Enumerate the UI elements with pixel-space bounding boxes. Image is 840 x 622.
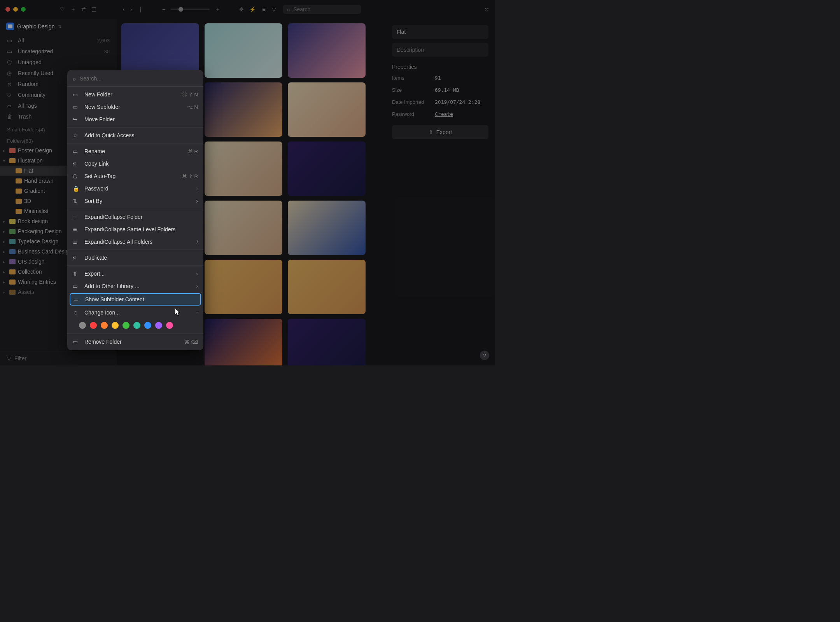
cm-new-folder[interactable]: ▭New Folder⌘ ⇧ N [67, 88, 203, 101]
thumbnail[interactable] [205, 23, 282, 78]
cm-duplicate[interactable]: ⎘Duplicate [67, 252, 203, 264]
color-swatch[interactable] [133, 322, 140, 329]
link-icon: ⎘ [73, 161, 80, 167]
color-swatch[interactable] [166, 322, 173, 329]
cm-password[interactable]: 🔒Password› [67, 182, 203, 195]
layout-icon[interactable]: ▣ [261, 6, 266, 12]
chevron-icon[interactable] [3, 159, 7, 163]
folder-title-input[interactable]: Flat [392, 25, 488, 39]
nav-untagged[interactable]: ⬠Untagged [0, 57, 117, 68]
thumbnail[interactable] [205, 82, 282, 137]
chevron-icon[interactable] [3, 250, 7, 254]
chevron-icon[interactable] [3, 149, 7, 153]
thumbnail[interactable] [205, 260, 282, 314]
bolt-icon[interactable]: ⚡ [249, 6, 256, 12]
library-selector[interactable]: Graphic Design ⇅ [0, 19, 117, 34]
nav-all[interactable]: ▭All2,603 [0, 35, 117, 46]
cm-quick-access[interactable]: ☆Add to Quick Access [67, 129, 203, 142]
chevron-icon[interactable] [3, 280, 7, 284]
chevron-icon[interactable] [3, 290, 7, 294]
cm-expand-all[interactable]: ≣Expand/Collapse All Folders/ [67, 236, 203, 248]
folder-icon: ▭ [7, 37, 14, 44]
lock-icon: 🔒 [73, 185, 80, 192]
swap-icon[interactable]: ⇄ [81, 6, 86, 13]
extension-icon[interactable]: ✥ [239, 6, 244, 12]
cm-export[interactable]: ⇧Export...› [67, 267, 203, 280]
cm-expand-same-level[interactable]: ≣Expand/Collapse Same Level Folders [67, 223, 203, 236]
color-swatch[interactable] [112, 322, 119, 329]
panel-icon[interactable]: ◫ [91, 6, 96, 13]
maximize-window[interactable] [21, 7, 26, 12]
chevron-icon[interactable] [3, 239, 7, 244]
chevron-updown-icon: ⇅ [58, 24, 61, 29]
create-password-link[interactable]: Create [435, 111, 453, 117]
color-swatch[interactable] [155, 322, 162, 329]
zoom-out-icon[interactable]: − [162, 6, 165, 12]
thumbnail[interactable] [288, 23, 366, 78]
cm-auto-tag[interactable]: ⬠Set Auto-Tag⌘ ⇧ R [67, 170, 203, 182]
svg-rect-0 [8, 24, 12, 28]
forward-icon[interactable]: › [130, 6, 132, 12]
color-swatch[interactable] [101, 322, 108, 329]
folder-description-input[interactable]: Description [392, 43, 488, 57]
thumbnail[interactable] [288, 260, 366, 314]
cm-copy-link[interactable]: ⎘Copy Link [67, 157, 203, 170]
plus-icon[interactable]: ＋ [70, 6, 76, 13]
cm-change-icon[interactable]: ☺Change Icon...› [67, 306, 203, 319]
chevron-icon[interactable] [3, 260, 7, 264]
close-window[interactable] [5, 7, 10, 12]
cm-expand-collapse[interactable]: ≡Expand/Collapse Folder [67, 211, 203, 223]
clock-icon: ◷ [7, 70, 14, 76]
context-search[interactable]: ⌕ [67, 72, 203, 85]
folder-icon [16, 168, 22, 173]
folder-icon [9, 158, 16, 163]
color-swatch[interactable] [144, 322, 151, 329]
thumbnail[interactable] [205, 142, 282, 196]
search-input[interactable] [293, 6, 357, 12]
thumbnail[interactable] [288, 82, 366, 137]
search-icon: ⌕ [73, 75, 76, 82]
bell-icon[interactable]: ♡ [60, 6, 65, 13]
thumbnail[interactable] [288, 319, 366, 365]
library-icon [6, 23, 14, 30]
folder-icon: ▭ [7, 48, 14, 54]
cm-add-other-library[interactable]: ▭Add to Other Library ...› [67, 280, 203, 292]
thumbnail[interactable] [288, 201, 366, 255]
zoom-in-icon[interactable]: ＋ [215, 6, 220, 13]
color-swatch[interactable] [79, 322, 86, 329]
context-search-input[interactable] [80, 75, 198, 82]
chevron-right-icon: › [196, 185, 198, 192]
folder-icon [16, 178, 22, 183]
search-bar[interactable]: ⌕ [283, 5, 361, 14]
thumbnail[interactable] [288, 142, 366, 196]
folder-icon [9, 148, 16, 153]
thumbnail[interactable] [121, 23, 199, 78]
toolbar-right: ✥ ⚡ ▣ ▽ [239, 6, 276, 12]
zoom-slider[interactable] [171, 9, 210, 10]
thumbnail[interactable] [205, 319, 282, 365]
expand-icon: ≡ [73, 214, 80, 220]
nav-uncategorized[interactable]: ▭Uncategorized30 [0, 46, 117, 57]
cm-remove-folder[interactable]: ▭Remove Folder⌘ ⌫ [67, 335, 203, 348]
minimize-window[interactable] [13, 7, 18, 12]
cm-new-subfolder[interactable]: ▭New Subfolder⌥ N [67, 101, 203, 113]
chevron-icon[interactable] [3, 219, 7, 224]
chevron-icon[interactable] [3, 229, 7, 234]
pin-icon[interactable]: ⤲ [485, 6, 489, 12]
filter-icon[interactable]: ▽ [272, 6, 276, 12]
cm-show-subfolder-content[interactable]: ▭Show Subfolder Content [70, 293, 201, 306]
thumbnail[interactable] [205, 201, 282, 255]
chevron-icon[interactable] [3, 270, 7, 274]
cm-rename[interactable]: ▭Rename⌘ R [67, 145, 203, 157]
color-swatch[interactable] [90, 322, 97, 329]
expand-icon: ≣ [73, 226, 80, 232]
chevron-right-icon: › [196, 283, 198, 289]
export-button[interactable]: ⇧Export [392, 125, 488, 139]
help-button[interactable]: ? [480, 351, 489, 360]
color-swatch[interactable] [122, 322, 130, 329]
filter-bar[interactable]: ▽Filter [0, 351, 117, 365]
trash-icon: 🗑 [7, 114, 14, 120]
cm-move-folder[interactable]: ↪Move Folder [67, 113, 203, 126]
back-icon[interactable]: ‹ [123, 6, 125, 12]
cm-sort-by[interactable]: ⇅Sort By› [67, 195, 203, 207]
